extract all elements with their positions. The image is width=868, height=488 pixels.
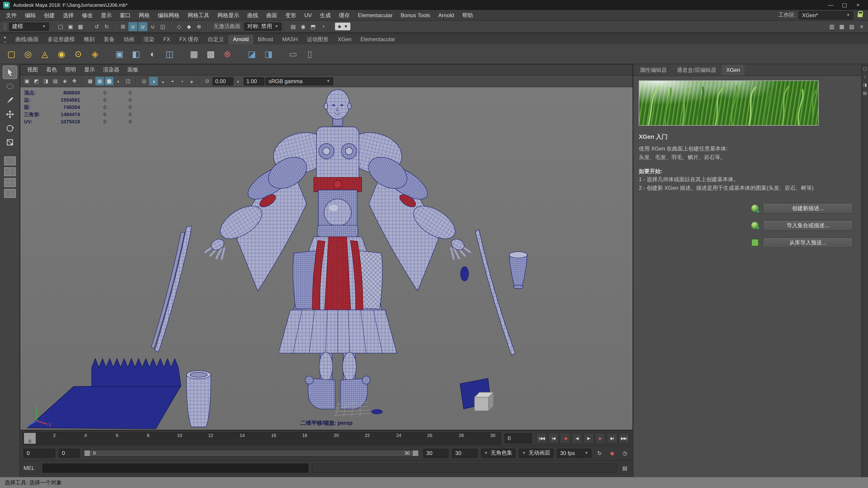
viewport-menu-renderer[interactable]: 渲染器 [99, 66, 123, 74]
bookmarks-icon[interactable]: ▤ [51, 77, 60, 86]
snap-point-icon[interactable]: ∪ [138, 22, 147, 31]
viewport-menu-lighting[interactable]: 照明 [61, 66, 80, 74]
shadows-icon[interactable]: ◑ [149, 77, 158, 86]
isolate-select-icon[interactable]: ◕ [187, 77, 196, 86]
shelf-add-icon[interactable]: + [2, 40, 8, 44]
bake-texture-icon[interactable]: ▩ [203, 46, 218, 62]
wireframe-on-shaded-icon[interactable]: ◫ [124, 77, 132, 86]
menu-help[interactable]: 帮助 [458, 10, 477, 21]
textured-icon[interactable]: ▩ [105, 77, 114, 86]
menu-edit[interactable]: 编辑 [21, 10, 40, 21]
animation-preferences-icon[interactable]: ◷ [620, 449, 629, 457]
shelf-tab-rigging[interactable]: 装备 [99, 35, 119, 44]
paint-select-tool[interactable] [3, 94, 17, 107]
image-plane-icon[interactable]: ◈ [61, 77, 69, 86]
step-forward-key-button[interactable]: ▶| [607, 433, 618, 444]
shelf-tab-fx-caching[interactable]: FX 缓存 [175, 35, 203, 44]
command-language-toggle[interactable]: MEL [24, 465, 39, 471]
expand-collapse-icon[interactable]: ↕ [862, 74, 868, 79]
channel-box-toggle-icon[interactable]: ▤ [862, 90, 868, 96]
anti-aliasing-icon[interactable]: ◓ [168, 77, 177, 86]
construction-history-icon[interactable]: ⊕ [194, 22, 204, 31]
tab-xgen[interactable]: XGen [722, 65, 745, 75]
menu-mesh-display[interactable]: 网格显示 [213, 10, 243, 21]
ipr-render-icon[interactable]: ⬒ [309, 22, 318, 31]
render-settings-icon[interactable]: ◔ [318, 22, 328, 31]
ipr-icon[interactable]: ◨ [261, 46, 276, 62]
shelf-tab-motion-graphics[interactable]: 运动图形 [302, 35, 333, 44]
2d-pan-zoom-icon[interactable]: ✥ [70, 77, 79, 86]
import-preset-button[interactable]: 从库导入预设... [763, 237, 853, 248]
menu-file[interactable]: 文件 [2, 10, 21, 21]
menu-set-dropdown[interactable]: 建模 ▼ [9, 22, 49, 31]
volume-icon[interactable]: ◫ [162, 46, 177, 62]
output-connection-icon[interactable]: ◆ [184, 22, 193, 31]
exposure-field[interactable]: 0.00 [213, 77, 233, 85]
exposure-icon[interactable]: ⊙ [203, 77, 212, 86]
shelf-tab-animation[interactable]: 动画 [119, 35, 139, 44]
menu-arnold[interactable]: Arnold [434, 10, 458, 21]
viewport-menu-shading[interactable]: 着色 [42, 66, 61, 74]
menu-cache[interactable]: 缓存 [335, 10, 354, 21]
camera-attributes-icon[interactable]: ◨ [41, 77, 50, 86]
current-frame-field[interactable]: 0 [504, 433, 532, 443]
physical-sky-icon[interactable]: ◈ [87, 46, 103, 62]
maximize-button[interactable]: ▢ [838, 0, 851, 10]
toggle-outliner-icon[interactable]: ≡ [857, 22, 866, 31]
layout-single-pane-button[interactable] [4, 156, 16, 165]
symmetry-dropdown[interactable]: 对称: 禁用 ▼ [244, 22, 281, 31]
workspace-lock-icon[interactable] [858, 13, 863, 17]
script-editor-icon[interactable]: ▤ [620, 463, 629, 473]
shelf-tab-rendering[interactable]: 渲染 [139, 35, 159, 44]
command-result-field[interactable] [312, 463, 617, 473]
workspace-dropdown[interactable]: XGen* ▼ [799, 11, 853, 19]
shader-ball-icon[interactable]: ◐ [145, 46, 160, 62]
go-to-end-button[interactable]: ▶▶| [618, 433, 629, 444]
batch-render-icon[interactable]: ▯ [302, 46, 317, 62]
loop-playback-icon[interactable]: ↻ [595, 449, 604, 457]
select-tool[interactable] [3, 66, 17, 78]
menu-curves[interactable]: 曲线 [243, 10, 262, 21]
range-slider[interactable]: 0 30 [83, 449, 420, 457]
shelf-tab-poly[interactable]: 多边形建模 [43, 35, 79, 44]
anim-layer-dropdown[interactable]: ▼ 无动画层 [519, 449, 553, 457]
shelf-tab-bifrost[interactable]: Bifrost [253, 35, 278, 44]
attribute-editor-toggle-icon[interactable]: ◨ [862, 82, 868, 88]
single-pane-toggle-icon[interactable]: ▢ [862, 66, 868, 71]
new-scene-icon[interactable]: ▢ [56, 22, 65, 31]
use-default-material-icon[interactable]: ◐ [114, 77, 123, 86]
auto-keyframe-icon[interactable]: ◆ [608, 449, 617, 457]
save-scene-icon[interactable]: ▦ [76, 22, 85, 31]
playback-start-field[interactable]: 0 [59, 449, 80, 457]
lighting-icon[interactable]: ◎ [140, 77, 148, 86]
create-description-button[interactable]: 创建新描述... [763, 203, 853, 214]
selection-preset-dropdown[interactable]: ☻ ▼ [335, 23, 350, 30]
ambient-occlusion-icon[interactable]: ◒ [159, 77, 167, 86]
tab-channel-box[interactable]: 通道盒/层编辑器 [672, 65, 721, 75]
toggle-tool-settings-icon[interactable]: ▦ [837, 22, 846, 31]
open-scene-icon[interactable]: ▣ [66, 22, 75, 31]
menu-bonus-tools[interactable]: Bonus Tools [397, 10, 434, 21]
step-back-frame-button[interactable]: ◀ [560, 433, 570, 444]
redo-icon[interactable]: ↻ [102, 22, 111, 31]
photometric-light-icon[interactable]: ◉ [54, 46, 69, 62]
render-icon[interactable]: ◪ [244, 46, 259, 62]
menu-deform[interactable]: 变形 [281, 10, 300, 21]
lasso-tool[interactable] [3, 80, 17, 93]
shaded-icon[interactable]: ◍ [95, 77, 104, 86]
character-set-dropdown[interactable]: ▼ 无角色集 [481, 449, 515, 457]
time-slider[interactable]: 0 2 4 6 8 10 12 14 16 18 20 22 24 26 28 … [23, 432, 501, 445]
shelf-tab-xgen[interactable]: XGen [333, 35, 356, 44]
viewport-menu-panels[interactable]: 面板 [123, 66, 143, 74]
wireframe-icon[interactable]: ▦ [86, 77, 94, 86]
toggle-attribute-editor-icon[interactable]: ▥ [827, 22, 836, 31]
menu-create[interactable]: 创建 [40, 10, 59, 21]
tab-attribute-editor[interactable]: 属性编辑器 [635, 65, 671, 75]
shelf-tab-custom[interactable]: 自定义 [203, 35, 228, 44]
snap-curve-icon[interactable]: ∪ [128, 22, 137, 31]
drag-handle[interactable] [4, 23, 6, 30]
render-current-frame-icon[interactable]: ◉ [299, 22, 308, 31]
export-standin-icon[interactable]: ◧ [128, 46, 144, 62]
close-button[interactable]: × [851, 0, 865, 10]
animation-start-field[interactable]: 0 [24, 449, 55, 457]
